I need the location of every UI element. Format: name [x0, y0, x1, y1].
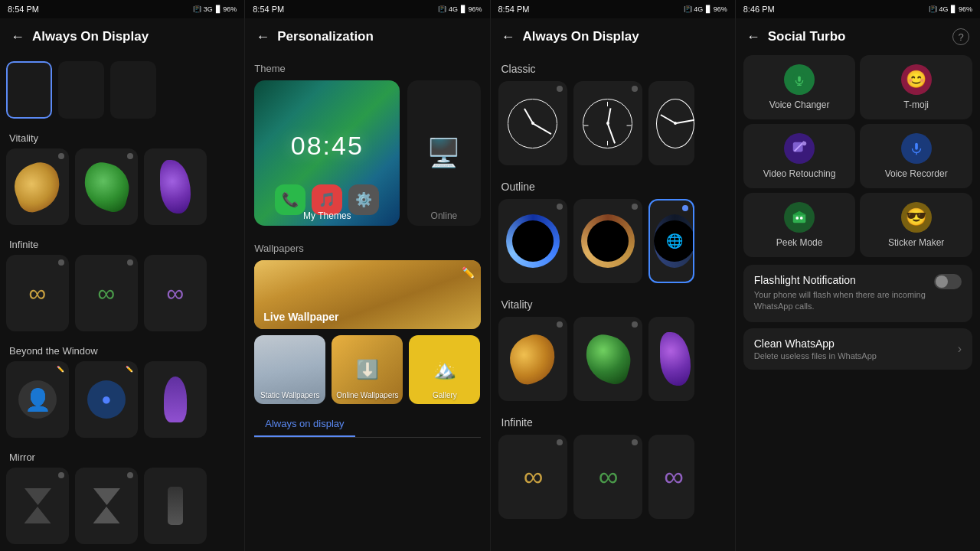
voice-changer-icon — [784, 64, 815, 95]
v-dot-1 — [557, 321, 563, 328]
app-icon-phone[interactable]: 📞 — [275, 184, 305, 215]
svg-rect-1 — [798, 76, 801, 81]
video-retouching-card[interactable]: Video Retouching — [743, 124, 856, 188]
beyond-item-3[interactable] — [144, 361, 207, 438]
vitality-item-3[interactable] — [144, 148, 207, 225]
sticker-maker-card[interactable]: 😎 Sticker Maker — [860, 193, 972, 257]
v-dot-2 — [632, 321, 638, 328]
vitality-items — [6, 148, 238, 225]
vitality-aod-2[interactable] — [573, 317, 642, 401]
flashlight-toggle[interactable] — [934, 274, 962, 289]
vitality-section-p3: Vitality — [498, 291, 727, 401]
panel-personalization: ← Personalization Theme 08:45 📞 🎵 ⚙️ — [245, 18, 490, 551]
clean-whatsapp-section[interactable]: Clean WhatsApp Delete useless files in W… — [743, 328, 972, 370]
static-wallpapers-card[interactable]: Static Wallpapers — [254, 335, 325, 404]
app-icon-settings[interactable]: ⚙️ — [348, 184, 379, 215]
flashlight-section: Flashlight Notification Your phone will … — [743, 265, 972, 322]
voice-recorder-card[interactable]: Voice Recorder — [860, 124, 972, 188]
aod-tabs: Always on display — [254, 412, 480, 438]
panel3-back-button[interactable]: ← — [501, 29, 515, 45]
tmoji-icon: 😊 — [901, 64, 932, 95]
live-wallpaper-card[interactable]: ✏️ Live Wallpaper — [254, 260, 480, 329]
vitality-item-1[interactable] — [6, 148, 69, 225]
status-bar-3: 8:54 PM 📳 4G ▊ 96% — [491, 0, 736, 18]
voice-changer-card[interactable]: Voice Changer — [743, 55, 856, 119]
help-icon[interactable]: ? — [952, 28, 969, 45]
panel2-header: ← Personalization — [245, 18, 489, 55]
online-label: Online — [431, 210, 458, 221]
outline-section: Outline — [498, 173, 727, 283]
thumb-dark-top[interactable] — [58, 61, 104, 119]
outline-dot-1 — [557, 204, 563, 210]
infinite-item-3[interactable]: ∞ — [144, 255, 207, 331]
online-icon: 🖥️ — [426, 137, 461, 169]
mirror-item-3[interactable] — [144, 468, 207, 544]
beyond-item-1[interactable]: ✏️ 👤 — [6, 361, 69, 438]
clean-whatsapp-desc: Delete useless files in WhatsApp — [754, 351, 877, 360]
wallpapers-label: Wallpapers — [254, 235, 480, 260]
infinite-aod-2[interactable]: ∞ — [573, 435, 642, 519]
outline-ring-gold — [581, 214, 635, 268]
classic-clock-3[interactable] — [648, 81, 694, 165]
vitality-section: Vitality — [6, 126, 238, 225]
tmoji-card[interactable]: 😊 T-moji — [860, 55, 972, 119]
online-card[interactable]: 🖥️ Online — [407, 80, 480, 226]
online-wallpapers-card[interactable]: ⬇️ Online Wallpapers — [332, 335, 403, 404]
theme-label: Theme — [254, 55, 480, 80]
infinite-item-1[interactable]: ∞ — [6, 255, 69, 331]
clean-whatsapp-title: Clean WhatsApp — [754, 337, 877, 350]
vitality-label: Vitality — [6, 126, 238, 148]
theme-clock-display: 08:45 — [291, 131, 364, 161]
outline-item-3[interactable]: 🌐 — [648, 199, 694, 283]
panel4-back-button[interactable]: ← — [746, 29, 760, 45]
peek-mode-card[interactable]: Peek Mode — [743, 193, 856, 257]
panel1-back-button[interactable]: ← — [11, 29, 24, 45]
thumb-selected-top[interactable] — [6, 61, 52, 119]
svg-point-10 — [800, 217, 803, 220]
vitality-aod-1[interactable] — [498, 317, 567, 401]
infinite-aod-items: ∞ ∞ ∞ — [498, 435, 727, 519]
gallery-label: Gallery — [433, 391, 457, 399]
theme-preview: 08:45 📞 🎵 ⚙️ My Themes 🖥️ Online — [254, 80, 480, 226]
classic-clock-1[interactable] — [498, 81, 567, 165]
clock-dot-1 — [557, 86, 563, 92]
aod-tab-item[interactable]: Always on display — [254, 412, 354, 437]
vitality-label-p3: Vitality — [498, 291, 727, 317]
status-icons-1: 📳 3G ▊ 96% — [193, 5, 237, 13]
video-retouching-icon — [784, 133, 815, 164]
mirror-item-1[interactable] — [6, 468, 69, 544]
panel2-title: Personalization — [277, 29, 374, 44]
my-themes-card[interactable]: 08:45 📞 🎵 ⚙️ My Themes — [254, 80, 400, 226]
infinite-label: Infinite — [6, 233, 238, 255]
top-thumbnails — [6, 58, 238, 119]
infinite-item-2[interactable]: ∞ — [75, 255, 138, 331]
mirror-label: Mirror — [6, 445, 238, 468]
wallpaper-thumbs: Static Wallpapers ⬇️ Online Wallpapers 🏔… — [254, 335, 480, 404]
video-retouching-label: Video Retouching — [763, 168, 836, 179]
classic-clock-2[interactable] — [573, 81, 642, 165]
vitality-aod-3[interactable] — [648, 317, 694, 401]
i-dot-1 — [557, 439, 563, 445]
gallery-card[interactable]: 🏔️ Gallery — [409, 335, 480, 404]
outline-dot-2 — [632, 204, 638, 210]
beyond-item-2[interactable]: ✏️ ● — [75, 361, 138, 438]
panel2-back-button[interactable]: ← — [256, 29, 270, 45]
panel3-title: Always On Display — [523, 29, 639, 44]
social-apps-grid: Voice Changer 😊 T-moji — [743, 55, 972, 257]
outline-item-2[interactable] — [573, 199, 642, 283]
infinite-aod-1[interactable]: ∞ — [498, 435, 567, 519]
status-bar-2: 8:54 PM 📳 4G ▊ 96% — [245, 0, 490, 18]
status-icons-4: 📳 4G ▊ 96% — [929, 5, 972, 13]
thumb-partial-top[interactable] — [110, 61, 156, 119]
analog-clock-2 — [583, 99, 632, 148]
outline-ring-dark: 🌐 — [654, 214, 694, 268]
classic-items — [498, 81, 727, 165]
infinite-aod-3[interactable]: ∞ — [648, 435, 694, 519]
voice-recorder-label: Voice Recorder — [885, 168, 948, 179]
mirror-item-2[interactable] — [75, 468, 138, 544]
outline-item-1[interactable] — [498, 199, 567, 283]
status-icons-3: 📳 4G ▊ 96% — [684, 5, 727, 13]
analog-clock-3 — [656, 99, 694, 148]
vitality-item-2[interactable] — [75, 148, 138, 225]
flashlight-desc: Your phone will flash when there are inc… — [754, 289, 926, 313]
